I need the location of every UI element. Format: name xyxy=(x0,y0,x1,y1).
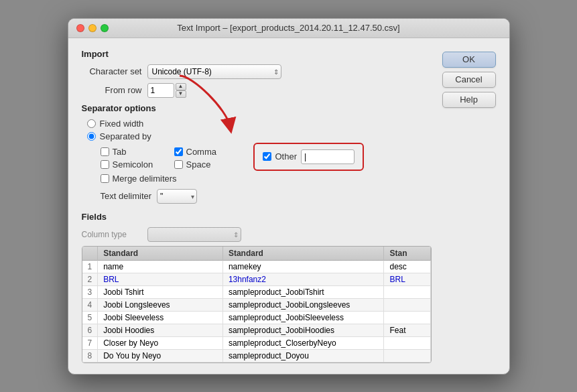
row-col2: sampleproduct_CloserbyNeyo xyxy=(222,336,384,349)
fields-section: Fields Column type Standar xyxy=(82,212,432,363)
row-col2: sampleproduct_JoobiLongsleeves xyxy=(222,298,384,311)
row-col2: 13hnfanz2 xyxy=(222,273,384,285)
column-type-label: Column type xyxy=(82,230,142,239)
ok-button[interactable]: OK xyxy=(442,52,496,68)
column-type-select[interactable] xyxy=(147,227,241,242)
comma-checkbox[interactable] xyxy=(174,147,183,156)
merge-checkbox[interactable] xyxy=(101,174,109,183)
row-col1: Joobi Sleeveless xyxy=(98,311,223,324)
other-highlight-box: Other xyxy=(253,143,365,171)
row-col1: Joobi Longsleeves xyxy=(98,298,223,311)
charset-label: Character set xyxy=(82,66,142,76)
spinner-buttons: ▲ ▼ xyxy=(176,83,186,98)
table-row: 4 Joobi Longsleeves sampleproduct_JoobiL… xyxy=(82,298,431,311)
row-num: 7 xyxy=(82,336,98,349)
dialog-body: Import Character set Unicode (UTF-8) Fro… xyxy=(68,38,509,374)
column-type-row: Column type xyxy=(82,227,432,242)
row-col1: Joobi Hoodies xyxy=(98,324,223,336)
dialog-title: Text Import – [export_products_2014.20.1… xyxy=(177,23,399,33)
row-col3: BRL xyxy=(384,273,430,285)
merge-label: Merge delimiters xyxy=(113,174,177,184)
row-num: 8 xyxy=(82,349,98,362)
row-col3 xyxy=(384,336,430,349)
col3-header: Stan xyxy=(384,247,430,261)
titlebar: Text Import – [export_products_2014.20.1… xyxy=(68,19,509,38)
row-col1: Joobi Tshirt xyxy=(98,285,223,298)
col-num-header xyxy=(82,247,98,261)
text-delimiter-select-wrapper[interactable]: " xyxy=(157,189,197,204)
row-col3 xyxy=(384,298,430,311)
row-col2: sampleproduct_Doyou xyxy=(222,349,384,362)
charset-select[interactable]: Unicode (UTF-8) xyxy=(147,64,281,79)
col2-header: Standard xyxy=(222,247,384,261)
separated-by-label: Separated by xyxy=(100,131,151,141)
row-col3: Feat xyxy=(384,324,430,336)
comma-label: Comma xyxy=(186,147,217,157)
row-num: 5 xyxy=(82,311,98,324)
text-delimiter-label: Text delimiter xyxy=(101,191,152,201)
cancel-button[interactable]: Cancel xyxy=(442,72,496,88)
other-input[interactable] xyxy=(301,149,355,164)
side-buttons: OK Cancel Help xyxy=(442,49,496,363)
main-content: Import Character set Unicode (UTF-8) Fro… xyxy=(82,49,432,363)
row-col3: desc xyxy=(384,260,430,273)
fixed-width-row: Fixed width xyxy=(82,119,432,129)
space-checkbox-row: Space xyxy=(174,159,248,170)
separated-by-row: Separated by xyxy=(82,131,432,141)
from-row-row: From row ▲ ▼ xyxy=(82,83,432,98)
help-button[interactable]: Help xyxy=(442,92,496,108)
col1-header: Standard xyxy=(98,247,223,261)
other-checkbox[interactable] xyxy=(263,152,271,161)
semicolon-checkbox[interactable] xyxy=(101,160,109,169)
comma-checkbox-row: Comma xyxy=(174,147,248,157)
row-col1: name xyxy=(98,260,223,273)
text-import-dialog: Text Import – [export_products_2014.20.1… xyxy=(68,18,510,375)
row-col2: sampleproduct_JoobiSleeveless xyxy=(222,311,384,324)
semicolon-checkbox-row: Semicolon xyxy=(101,159,174,170)
table-row: 1 name namekey desc xyxy=(82,260,431,273)
from-row-input[interactable] xyxy=(147,83,174,98)
text-delimiter-row: Text delimiter " xyxy=(82,189,432,204)
row-col2: sampleproduct_JoobiTshirt xyxy=(222,285,384,298)
table-row: 2 BRL 13hnfanz2 BRL xyxy=(82,273,431,285)
table-row: 8 Do You by Neyo sampleproduct_Doyou xyxy=(82,349,431,362)
table-row: 7 Closer by Neyo sampleproduct_CloserbyN… xyxy=(82,336,431,349)
maximize-button[interactable] xyxy=(101,24,109,32)
charset-select-wrapper[interactable]: Unicode (UTF-8) xyxy=(147,64,281,79)
row-col2: namekey xyxy=(222,260,384,273)
space-label: Space xyxy=(186,159,211,170)
charset-row: Character set Unicode (UTF-8) xyxy=(82,64,432,79)
minimize-button[interactable] xyxy=(88,24,97,32)
row-col3 xyxy=(384,311,430,324)
data-table-container: Standard Standard Stan 1 name namekey de… xyxy=(82,246,432,363)
spinner-up[interactable]: ▲ xyxy=(176,83,186,90)
tab-checkbox[interactable] xyxy=(101,147,109,156)
row-col2: sampleproduct_JoobiHoodies xyxy=(222,324,384,336)
table-body: 1 name namekey desc 2 BRL 13hnfanz2 BRL … xyxy=(82,260,431,362)
fixed-width-label: Fixed width xyxy=(100,119,144,129)
space-checkbox[interactable] xyxy=(174,160,183,169)
row-col3 xyxy=(384,349,430,362)
row-num: 6 xyxy=(82,324,98,336)
merge-checkbox-row: Merge delimiters xyxy=(101,174,248,184)
row-num: 2 xyxy=(82,273,98,285)
column-type-select-wrapper[interactable] xyxy=(147,227,241,242)
row-col3 xyxy=(384,285,430,298)
text-delimiter-select[interactable]: " xyxy=(157,189,197,204)
fixed-width-radio[interactable] xyxy=(87,119,96,128)
table-header-row: Standard Standard Stan xyxy=(82,247,431,261)
other-label: Other xyxy=(275,151,298,161)
row-num: 1 xyxy=(82,260,98,273)
separated-by-radio[interactable] xyxy=(87,132,96,141)
row-num: 4 xyxy=(82,298,98,311)
row-num: 3 xyxy=(82,285,98,298)
from-row-spinner: ▲ ▼ xyxy=(147,83,186,98)
table-row: 6 Joobi Hoodies sampleproduct_JoobiHoodi… xyxy=(82,324,431,336)
semicolon-label: Semicolon xyxy=(113,159,153,170)
import-section-label: Import xyxy=(82,49,432,59)
close-button[interactable] xyxy=(76,24,84,32)
row-col1: Closer by Neyo xyxy=(98,336,223,349)
spinner-down[interactable]: ▼ xyxy=(176,90,186,98)
table-row: 5 Joobi Sleeveless sampleproduct_JoobiSl… xyxy=(82,311,431,324)
tab-label: Tab xyxy=(113,147,127,157)
